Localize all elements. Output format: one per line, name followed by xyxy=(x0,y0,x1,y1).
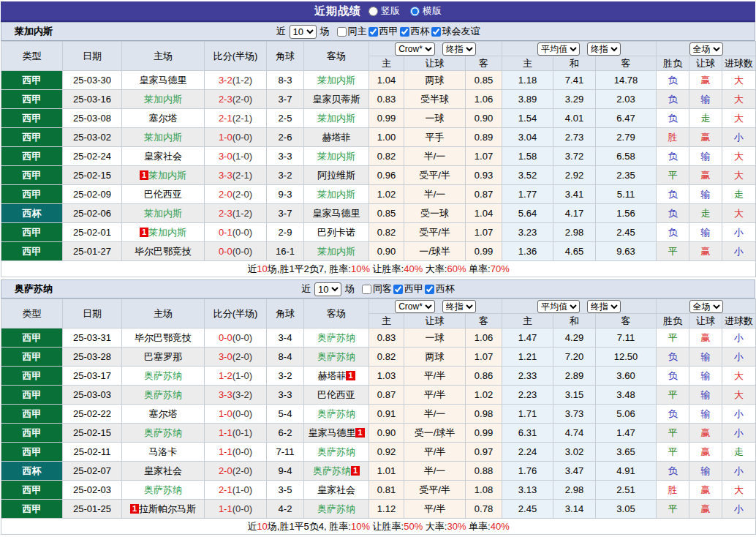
home-team-name: 奥萨苏纳 xyxy=(144,427,182,438)
fulltime-score: 1-0 xyxy=(219,408,233,419)
filter-checkbox-同主[interactable] xyxy=(337,27,347,37)
handicap-line-cell: 一球 xyxy=(404,328,466,348)
table-header: 类型 日期 主场 比分(半场) 角球 客场 Crow* 终指 平均值 终指 xyxy=(1,299,756,328)
europe-draw-odds-cell: 3.14 xyxy=(553,500,596,519)
sub-header-ah-line: 让球 xyxy=(404,314,466,328)
fulltime-score: 2-1 xyxy=(219,113,233,124)
summary-text: 单率: xyxy=(466,263,490,274)
away-team-cell: 巴列卡诺 xyxy=(304,223,369,242)
corner-cell: 3-5 xyxy=(267,481,304,500)
away-team-cell: 莱加内斯 xyxy=(304,242,369,261)
sub-header-ah-away: 客 xyxy=(466,314,502,328)
handicap-away-odds-cell: 0.78 xyxy=(466,500,502,519)
home-team-name: 莱加内斯 xyxy=(144,132,182,143)
view-mode-radio-0[interactable] xyxy=(368,7,378,16)
result-goals-cell: 大 xyxy=(722,166,756,185)
score-cell: 2-0(2-0) xyxy=(205,462,267,481)
filter-checkbox-球会友谊[interactable] xyxy=(431,27,441,37)
filter-checkbox-西甲[interactable] xyxy=(393,285,403,294)
sub-header-ah-home: 主 xyxy=(369,56,404,71)
halftime-score: (2-0) xyxy=(233,351,252,362)
europe-odds-select[interactable]: 平均值 xyxy=(537,300,580,313)
handicap-odds-group-header: Crow* 终指 xyxy=(369,299,502,314)
filter-checkbox-item-西杯[interactable]: 西杯 xyxy=(423,282,455,296)
match-date-cell: 25-03-16 xyxy=(63,90,122,109)
score-cell: 2-0(2-0) xyxy=(205,185,267,204)
bookmaker-select[interactable]: Crow* xyxy=(395,42,435,56)
europe-draw-odds-cell: 3.15 xyxy=(553,386,596,405)
filter-checkbox-西杯[interactable] xyxy=(400,27,409,37)
period-select[interactable]: 全场 xyxy=(689,42,723,56)
europe-home-odds-cell: 1.77 xyxy=(502,185,553,204)
league-type-cell: 西甲 xyxy=(1,128,63,147)
table-footer: 近10场,胜1平2负7, 胜率:10% 让胜率:40% 大率:60% 单率:70… xyxy=(1,261,756,277)
fulltime-score: 3-2 xyxy=(219,75,233,86)
filter-checkbox-item-球会友谊[interactable]: 球会友谊 xyxy=(430,25,480,38)
red-card-badge: 1 xyxy=(355,428,364,438)
match-count-select[interactable]: 10 xyxy=(314,282,341,296)
summary-stat-value: 10 xyxy=(257,263,267,274)
league-type-cell: 西甲 xyxy=(1,147,63,166)
filter-checkbox-label: 同主 xyxy=(348,25,367,38)
handicap-line-cell: 半/一 xyxy=(404,405,466,424)
fulltime-score: 2-0 xyxy=(219,465,233,476)
view-mode-radio-1[interactable] xyxy=(410,7,420,16)
period-select[interactable]: 全场 xyxy=(689,300,723,313)
handicap-home-odds-cell: 0.85 xyxy=(369,204,404,223)
europe-home-odds-cell: 1.18 xyxy=(502,71,553,90)
filter-checkbox-西杯[interactable] xyxy=(425,285,434,294)
home-team-name: 莱加内斯 xyxy=(148,170,186,181)
result-goals-cell: 大 xyxy=(722,90,756,109)
bookmaker-select[interactable]: Crow* xyxy=(395,300,435,313)
filter-checkbox-西甲[interactable] xyxy=(368,27,378,37)
corner-cell: 3-2 xyxy=(267,367,304,386)
filter-checkbox-item-西甲[interactable]: 西甲 xyxy=(367,25,398,38)
top-bar: 近期战绩 竖版横版 xyxy=(1,1,755,22)
match-row: 西甲25-02-151莱加内斯3-3(2-1)3-2阿拉维斯0.96受平/半0.… xyxy=(1,166,756,185)
odds-time-select[interactable]: 终指 xyxy=(442,42,476,56)
result-goals-cell: 小 xyxy=(722,500,756,519)
away-team-cell: 莱加内斯 xyxy=(304,109,369,128)
away-team-name: 奥萨苏纳 xyxy=(317,503,355,514)
score-cell: 1-1(0-1) xyxy=(205,424,267,443)
corner-cell: 4-2 xyxy=(267,500,304,519)
result-handicap-cell: 输 xyxy=(689,185,722,204)
summary-stat-value: 10% xyxy=(351,263,370,274)
odds-time-select[interactable]: 终指 xyxy=(442,300,476,313)
match-date-cell: 25-02-15 xyxy=(63,424,122,443)
filter-checkbox-item-同主[interactable]: 同主 xyxy=(336,25,367,38)
home-team-name: 巴伦西亚 xyxy=(144,189,182,200)
europe-home-odds-cell: 3.13 xyxy=(502,481,553,500)
match-row: 西甲25-03-16莱加内斯2-3(2-0)3-7皇家贝蒂斯0.83受半球1.0… xyxy=(1,90,756,109)
handicap-line-cell: 受一/球半 xyxy=(404,424,466,443)
handicap-line-cell: 半/一 xyxy=(404,462,466,481)
filter-checkbox-同客[interactable] xyxy=(362,285,371,294)
team-name: 奥萨苏纳 xyxy=(1,282,53,296)
filter-checkbox-item-同客[interactable]: 同客 xyxy=(360,282,392,296)
europe-home-odds-cell: 2.45 xyxy=(502,500,553,519)
view-mode-option-0[interactable]: 竖版 xyxy=(368,4,400,18)
halftime-score: (2-0) xyxy=(233,94,252,105)
handicap-line-cell: 一/球半 xyxy=(404,242,466,261)
result-goals-cell: 大 xyxy=(722,109,756,128)
view-mode-option-1[interactable]: 横版 xyxy=(410,4,442,18)
home-team-name: 马洛卡 xyxy=(149,446,178,457)
match-row: 西甲25-02-11马洛卡1-1(0-0)7-11奥萨苏纳0.92平/半0.97… xyxy=(1,443,756,462)
summary-text: 大率: xyxy=(423,521,447,532)
europe-odds-time-select[interactable]: 终指 xyxy=(587,42,621,56)
match-count-select[interactable]: 10 xyxy=(290,25,317,39)
europe-odds-time-select[interactable]: 终指 xyxy=(587,300,621,313)
handicap-line-cell: 受半球 xyxy=(404,90,466,109)
home-team-cell: 巴伦西亚 xyxy=(122,185,205,204)
match-date-cell: 25-02-15 xyxy=(63,166,122,185)
handicap-away-odds-cell: 1.07 xyxy=(466,223,502,242)
filter-checkbox-item-西甲[interactable]: 西甲 xyxy=(392,282,423,296)
filter-checkbox-item-西杯[interactable]: 西杯 xyxy=(398,25,430,38)
europe-odds-select[interactable]: 平均值 xyxy=(537,42,580,56)
europe-home-odds-cell: 3.89 xyxy=(502,90,553,109)
red-card-badge: 1 xyxy=(140,170,148,180)
europe-odds-group-header: 平均值 终指 xyxy=(502,42,657,56)
score-cell: 3-0(2-0) xyxy=(205,348,267,367)
europe-away-odds-cell: 3.05 xyxy=(596,500,657,519)
away-team-cell: 奥萨苏纳 xyxy=(304,500,369,519)
